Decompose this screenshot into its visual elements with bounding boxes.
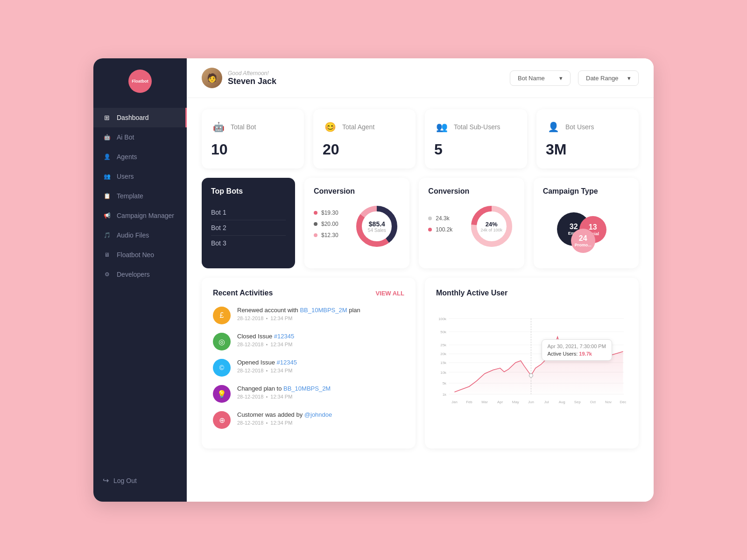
activity-time-5: 12:34 PM [270,420,292,426]
bot-name-label: Bot Name [518,75,545,82]
sidebar-item-campaign-manager[interactable]: 📢 Campaign Manager [93,206,187,225]
activity-time-4: 12:34 PM [270,394,292,399]
sep-1 [266,318,268,319]
activity-text-2: Closed Issue #12345 [237,333,404,340]
total-subusers-icon: 👥 [434,119,449,134]
conversion1-legend: $19.30 $20.00 $12.30 [314,210,346,243]
svg-text:50k: 50k [440,330,446,334]
sidebar-item-users[interactable]: 👥 Users [93,167,187,186]
sidebar-item-developers[interactable]: ⚙ Developers [93,265,187,284]
ai-bot-icon: 🤖 [103,133,111,141]
campaign-circles: 32 Email 13 Social 24 Promo... [543,203,629,259]
total-bot-icon: 🤖 [211,119,226,134]
svg-text:Apr: Apr [497,400,503,404]
sidebar-item-audio-files[interactable]: 🎵 Audio Files [93,225,187,245]
svg-text:15k: 15k [440,361,446,365]
sidebar-item-label: Agents [117,153,137,161]
activity-item-3: © Opened Issue #12345 28-12-2018 12:34 P… [213,359,404,377]
tooltip-value: Active Users: 19.7k [548,351,606,357]
conversion1-card: Conversion $19.30 $20.00 $12 [304,178,409,268]
total-agent-value: 20 [323,141,406,158]
activity-icon-5: ⊕ [213,411,231,429]
activity-link-4[interactable]: BB_10MBPS_2M [283,385,331,392]
activity-item-1: £ Renewed account with BB_10MBPS_2M plan… [213,307,404,324]
users-icon: 👥 [103,172,111,181]
svg-text:5k: 5k [443,381,446,385]
activity-date-1: 28-12-2018 [237,315,263,321]
svg-text:Oct: Oct [590,400,596,404]
sidebar-item-label: Audio Files [117,231,149,239]
charts-row: Top Bots Bot 1 Bot 2 Bot 3 Conversion $1… [187,168,654,268]
legend-item-2: $20.00 [314,221,346,227]
developers-icon: ⚙ [103,270,111,279]
header: 🧑 Good Afternoon! Steven Jack Bot Name ▾… [187,58,654,98]
activity-icon-4: 💡 [213,385,231,403]
campaign-icon: 📢 [103,211,111,220]
chart-tooltip: Apr 30, 2021, 7:30:00 PM Active Users: 1… [542,339,612,361]
sidebar-item-template[interactable]: 📋 Template [93,186,187,206]
svg-text:Jul: Jul [544,400,549,404]
activity-icon-3: © [213,359,231,377]
logout-label: Log Out [113,477,137,484]
top-bots-title: Top Bots [211,187,286,196]
view-all-button[interactable]: VIEW ALL [375,290,404,297]
logout-icon: ↪ [103,476,109,485]
bot-item-2[interactable]: Bot 2 [211,220,286,236]
conversion1-title: Conversion [314,187,400,196]
logo-text: Floatbot [132,79,148,84]
donut2-sub: 24k of 100k [480,228,502,232]
sidebar-item-agents[interactable]: 👤 Agents [93,147,187,167]
activity-link-1[interactable]: BB_10MBPS_2M [300,307,347,314]
avatar-image: 🧑 [202,68,222,88]
stat-card-bot-users: 👤 Bot Users 3M [536,109,639,168]
svg-text:May: May [512,400,519,404]
bot-item-1[interactable]: Bot 1 [211,205,286,220]
conversion2-card: Conversion 24.3k 100.2k [419,178,524,268]
sidebar-item-floatbot-neo[interactable]: 🖥 Floatbot Neo [93,245,187,265]
sidebar: Floatbot ⊞ Dashboard 🤖 Ai Bot 👤 Agents 👥… [93,58,187,502]
template-icon: 📋 [103,192,111,200]
total-bot-value: 10 [211,141,295,158]
sep-3 [266,370,268,371]
activity-content-1: Renewed account with BB_10MBPS_2M plan 2… [237,307,404,321]
donut1-label: $85.4 54 Sales [368,220,386,233]
activity-link-3[interactable]: #12345 [277,359,297,366]
activity-link-5[interactable]: @johndoe [304,411,332,418]
floatbot-neo-icon: 🖥 [103,251,111,259]
activity-item-2: ◎ Closed Issue #12345 28-12-2018 12:34 P… [213,333,404,350]
activity-text-3: Opened Issue #12345 [237,359,404,366]
activity-link-2[interactable]: #12345 [274,333,294,340]
conversion2-chart: 24.3k 100.2k [428,203,514,250]
legend-label-2: $20.00 [321,221,338,227]
campaign-type-title: Campaign Type [543,187,629,196]
legend-dot-2 [314,222,317,226]
svg-text:Jun: Jun [528,400,534,404]
sidebar-item-dashboard[interactable]: ⊞ Dashboard [93,108,187,127]
svg-text:Sep: Sep [574,400,581,404]
activity-text-5: Customer was added by @johndoe [237,411,404,418]
sidebar-item-ai-bot[interactable]: 🤖 Ai Bot [93,127,187,147]
sidebar-item-label: Users [117,173,134,180]
conv2-legend-item-2: 100.2k [428,226,460,233]
conv2-label-2: 100.2k [436,226,452,233]
main-content: 🧑 Good Afternoon! Steven Jack Bot Name ▾… [187,58,654,502]
promo-circle: 24 Promo... [571,229,595,253]
date-range-dropdown[interactable]: Date Range ▾ [578,70,639,86]
activity-meta-3: 28-12-2018 12:34 PM [237,368,404,373]
sidebar-item-label: Campaign Manager [117,212,174,219]
mau-chart-area: 100k 50k 25k 20k 15k 10k 5k 1k [436,302,627,423]
bot-name-dropdown[interactable]: Bot Name ▾ [510,70,571,86]
activity-item-5: ⊕ Customer was added by @johndoe 28-12-2… [213,411,404,429]
activity-meta-4: 28-12-2018 12:34 PM [237,394,404,399]
mau-line-chart: 100k 50k 25k 20k 15k 10k 5k 1k [436,302,627,423]
total-subusers-label: Total Sub-Users [454,123,500,131]
bot-item-3[interactable]: Bot 3 [211,236,286,251]
tooltip-num: 19.7k [579,351,592,357]
activity-date-3: 28-12-2018 [237,368,263,373]
total-bot-label: Total Bot [231,123,256,131]
logout-button[interactable]: ↪ Log Out [93,470,187,490]
svg-text:25k: 25k [440,343,446,347]
stat-card-total-agent: 😊 Total Agent 20 [313,109,416,168]
user-name: Steven Jack [228,77,276,86]
promo-num: 24 [579,234,587,243]
